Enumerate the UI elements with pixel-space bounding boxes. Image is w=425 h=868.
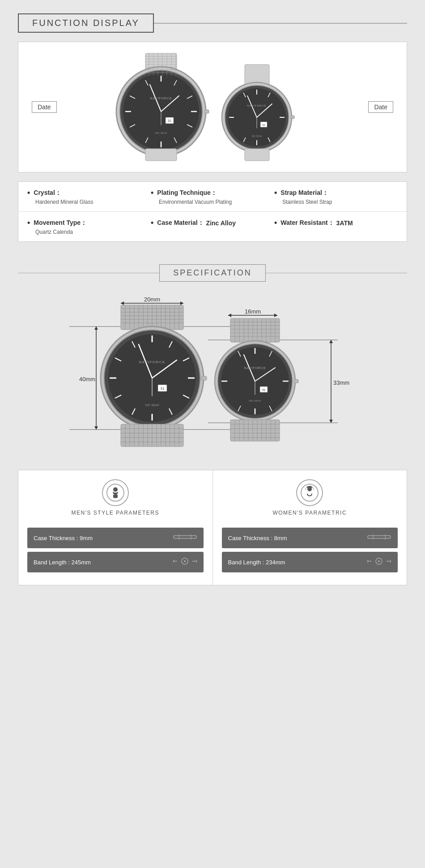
svg-text:WR 3BAR: WR 3BAR <box>155 132 167 134</box>
svg-text:NAVIFORCE: NAVIFORCE <box>244 366 266 370</box>
mens-thickness-icon <box>173 532 197 544</box>
spec-plating: Plating Technique： Environmental Vacuum … <box>151 188 274 205</box>
spec-crystal-label: Crystal： <box>27 188 151 198</box>
mens-icon <box>102 479 129 506</box>
date-label-left: Date <box>32 101 57 113</box>
mens-band-icon <box>173 556 197 568</box>
womens-thickness-icon <box>367 532 391 544</box>
specification-section: SPECIFICATION 20mm 16mm 40mm <box>0 251 425 594</box>
mens-params-col: MEN'S STYLE PARAMETERS Case Thickness : … <box>18 470 213 585</box>
womens-band-length-label: Band Length : 234mm <box>228 559 285 566</box>
svg-marker-70 <box>274 314 277 317</box>
spec-water-value: 3ATM <box>336 219 353 227</box>
spec-strap-label: Strap Material： <box>274 188 398 198</box>
svg-point-209 <box>378 560 380 562</box>
spec-crystal-value: Hardened Mineral Glass <box>35 199 151 205</box>
title-line <box>154 23 407 24</box>
womens-params-title: WOMEN'S PARAMETRIC <box>272 510 347 516</box>
svg-text:20mm: 20mm <box>144 296 160 303</box>
spec-movement-label: Movement Type： <box>27 218 151 228</box>
svg-rect-193 <box>174 536 196 538</box>
svg-marker-73 <box>94 327 98 330</box>
womens-thickness-svg <box>367 532 391 542</box>
svg-rect-121 <box>201 376 207 380</box>
spec-line-left <box>18 273 159 273</box>
spec-movement-value: Quartz Calenda <box>35 229 151 235</box>
svg-text:WR 3BAR: WR 3BAR <box>145 404 159 407</box>
spec-line-right <box>266 273 407 273</box>
svg-text:31: 31 <box>168 119 171 122</box>
spec-strap-value: Stainless Steel Strap <box>282 199 398 205</box>
spec-movement: Movement Type： Quartz Calenda <box>27 218 151 235</box>
watches-svg: 31 NAVIFORCE WR 3BAR <box>87 51 338 163</box>
svg-rect-44 <box>291 116 294 119</box>
spec-case-label: Case Material： <box>151 218 204 228</box>
specification-svg: 20mm 16mm 40mm 33mm <box>34 291 391 461</box>
spec-plating-label: Plating Technique： <box>151 188 274 198</box>
svg-text:WR 3BAR: WR 3BAR <box>252 135 262 138</box>
function-display-section: FUNCTION DISPLAY Date <box>0 0 425 251</box>
svg-text:31: 31 <box>161 387 165 391</box>
watch-display-area: Date <box>18 42 407 172</box>
mens-params-title: MEN'S STYLE PARAMETERS <box>72 510 159 516</box>
svg-rect-24 <box>145 149 177 161</box>
svg-point-191 <box>113 487 118 492</box>
spec-crystal: Crystal： Hardened Mineral Glass <box>27 188 151 205</box>
function-display-title: FUNCTION DISPLAY <box>18 13 154 33</box>
mens-band-length-label: Band Length : 245mm <box>34 559 91 566</box>
svg-text:WR 3BAR: WR 3BAR <box>249 400 261 402</box>
svg-text:NAVIFORCE: NAVIFORCE <box>139 360 166 364</box>
svg-text:NAVIFORCE: NAVIFORCE <box>150 97 172 100</box>
womens-case-thickness-bar: Case Thickness : 8mm <box>222 528 398 548</box>
spec-case-value: Zinc Alloy <box>206 219 236 227</box>
svg-text:33mm: 33mm <box>333 379 349 386</box>
svg-text:31: 31 <box>262 124 265 126</box>
svg-marker-74 <box>94 426 98 430</box>
womens-icon-area: WOMEN'S PARAMETRIC <box>222 479 398 522</box>
section-title-wrapper: FUNCTION DISPLAY <box>18 13 407 33</box>
svg-marker-66 <box>180 301 183 305</box>
svg-marker-77 <box>329 340 333 343</box>
spec-plating-value: Environmental Vacuum Plating <box>159 199 274 205</box>
spec-diagram-area: 20mm 16mm 40mm 33mm <box>18 291 407 461</box>
womens-icon <box>296 479 323 506</box>
womens-band-icon <box>367 556 391 568</box>
mens-case-thickness-label: Case Thickness : 9mm <box>34 535 93 541</box>
specs-row-2: Movement Type： Quartz Calenda Case Mater… <box>18 212 407 241</box>
svg-rect-45 <box>245 149 269 161</box>
womens-case-thickness-label: Case Thickness : 8mm <box>228 535 287 541</box>
svg-text:31: 31 <box>262 388 266 391</box>
womens-band-svg <box>367 556 391 566</box>
specs-table: Crystal： Hardened Mineral Glass Plating … <box>18 181 407 242</box>
womens-band-length-bar: Band Length : 234mm <box>222 552 398 572</box>
svg-text:NAVIFORCE: NAVIFORCE <box>247 104 267 107</box>
specs-row-1: Crystal： Hardened Mineral Glass Plating … <box>18 182 407 212</box>
svg-rect-204 <box>368 536 391 538</box>
svg-marker-69 <box>228 314 231 317</box>
mens-case-thickness-bar: Case Thickness : 9mm <box>27 528 204 548</box>
spec-strap: Strap Material： Stainless Steel Strap <box>274 188 398 205</box>
svg-point-203 <box>307 487 312 491</box>
spec-water-resistant: Water Resistant： 3ATM <box>274 218 398 228</box>
mens-person-svg <box>106 484 124 502</box>
mens-icon-area: MEN'S STYLE PARAMETERS <box>27 479 204 522</box>
date-label-right: Date <box>368 101 393 113</box>
svg-rect-23 <box>204 110 209 113</box>
mens-thickness-svg <box>173 532 197 542</box>
mens-band-length-bar: Band Length : 245mm <box>27 552 204 572</box>
spec-case-material: Case Material： Zinc Alloy <box>151 218 274 228</box>
svg-marker-65 <box>121 301 124 305</box>
svg-point-198 <box>184 560 186 562</box>
svg-marker-78 <box>329 420 333 423</box>
svg-text:16mm: 16mm <box>245 308 261 315</box>
womens-params-col: WOMEN'S PARAMETRIC Case Thickness : 8mm … <box>213 470 407 585</box>
womens-person-svg <box>301 484 319 502</box>
spec-title-wrapper: SPECIFICATION <box>18 264 407 282</box>
svg-rect-174 <box>294 379 298 383</box>
svg-text:40mm: 40mm <box>79 376 95 382</box>
svg-rect-25 <box>245 64 269 85</box>
specification-title: SPECIFICATION <box>159 264 266 282</box>
mens-band-svg <box>173 556 197 566</box>
svg-rect-175 <box>230 420 280 441</box>
parameters-section: MEN'S STYLE PARAMETERS Case Thickness : … <box>18 470 407 585</box>
